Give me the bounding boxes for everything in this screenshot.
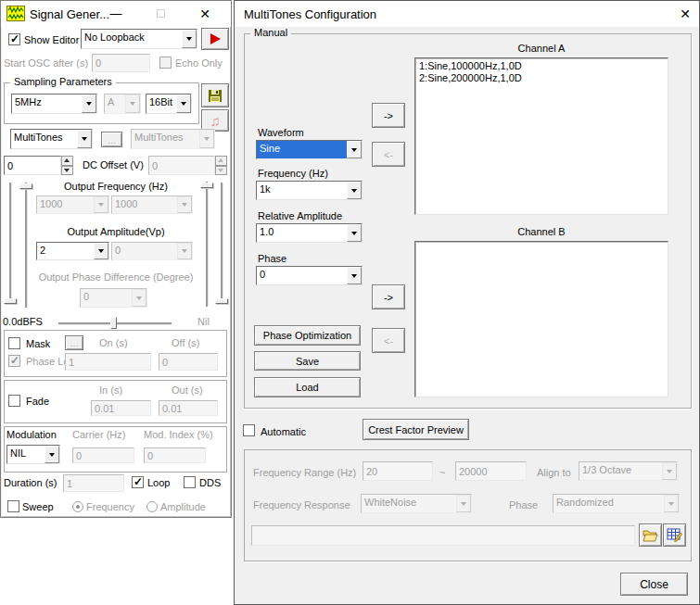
sweep-label: Sweep — [22, 501, 54, 512]
loop-checkbox[interactable] — [132, 476, 144, 488]
relative-amplitude-label: Relative Amplitude — [258, 210, 342, 221]
chevron-down-icon[interactable] — [182, 30, 197, 48]
chevron-down-icon[interactable] — [347, 224, 362, 242]
sweep-frequency-radio — [72, 501, 83, 512]
waveform-a-select[interactable]: MultiTones — [10, 129, 93, 149]
dc-offset-a-stepper[interactable] — [61, 156, 73, 175]
loopback-select[interactable]: No Loopback — [81, 29, 197, 49]
add-to-channel-a-button[interactable]: -> — [372, 103, 405, 128]
mask-more-button: ... — [65, 335, 83, 350]
crest-factor-preview-button[interactable]: Crest Factor Preview — [363, 419, 469, 440]
dbfs-label: 0.0dBFS — [3, 316, 43, 327]
range-to-input: 20000 — [455, 461, 527, 481]
show-editor-checkbox[interactable] — [8, 33, 20, 45]
save-signal-button[interactable] — [201, 83, 229, 107]
nil-label: Nil — [197, 316, 210, 327]
chevron-down-icon[interactable] — [45, 446, 59, 463]
phase-label: Phase — [258, 253, 286, 264]
slider-right-inner-thumb[interactable] — [200, 183, 213, 188]
chevron-down-icon — [94, 196, 108, 213]
phase-optimization-button[interactable]: Phase Optimization — [254, 325, 361, 346]
automatic-label: Automatic — [261, 426, 306, 437]
output-amplitude-a-select[interactable]: 2 — [36, 242, 109, 260]
slider-right-outer-track[interactable] — [221, 183, 223, 304]
spin-up-icon[interactable] — [61, 156, 73, 166]
channel-a-label: Channel A — [414, 43, 668, 54]
slider-left-outer-thumb[interactable] — [4, 298, 17, 304]
chevron-down-icon[interactable] — [347, 182, 362, 199]
slider-left-inner-thumb[interactable] — [19, 183, 32, 189]
close-button[interactable]: Close — [620, 573, 688, 596]
fade-label: Fade — [26, 396, 49, 407]
chevron-down-icon[interactable] — [347, 141, 362, 158]
grid-edit-icon — [667, 528, 682, 542]
channel-b-list[interactable] — [414, 241, 668, 397]
signal-generator-window: Signal Gener... — ✕ Show Editor No Loopb… — [0, 0, 232, 518]
slider-right-inner-track[interactable] — [206, 182, 208, 307]
mt-titlebar: MultiTones Configuration ✕ — [235, 1, 699, 27]
mask-off-input: 0 — [159, 353, 218, 371]
waveform-label: Waveform — [258, 127, 304, 138]
close-icon[interactable]: ✕ — [670, 4, 700, 23]
chevron-down-icon — [132, 289, 146, 307]
open-file-button[interactable] — [639, 523, 662, 547]
chevron-down-icon[interactable] — [347, 267, 362, 284]
mask-label: Mask — [26, 338, 50, 349]
run-button[interactable] — [201, 28, 229, 50]
chevron-down-icon[interactable] — [176, 95, 191, 113]
output-frequency-label: Output Frequency (Hz) — [38, 181, 194, 192]
load-button[interactable]: Load — [254, 377, 361, 397]
dbfs-slider-thumb[interactable] — [110, 317, 117, 329]
chevron-down-icon — [177, 196, 192, 213]
dc-offset-label: DC Offset (V) — [83, 159, 144, 170]
chevron-down-icon[interactable] — [94, 243, 108, 259]
file-path-input — [251, 525, 635, 546]
sampling-channel-select: A — [104, 94, 141, 114]
show-editor-label: Show Editor — [24, 34, 79, 45]
carrier-input: 0 — [72, 447, 134, 463]
dc-offset-b-stepper — [215, 156, 227, 175]
add-to-channel-b-button[interactable]: -> — [372, 284, 405, 309]
spin-down-icon[interactable] — [61, 166, 73, 176]
chevron-down-icon[interactable] — [77, 130, 92, 148]
close-icon[interactable]: ✕ — [190, 4, 220, 23]
loop-label: Loop — [147, 477, 170, 488]
auto-phase-select: Randomized — [553, 494, 680, 513]
frequency-response-label: Frequency Response — [253, 499, 350, 510]
mask-checkbox[interactable] — [8, 337, 20, 349]
slider-left-inner-track[interactable] — [25, 183, 27, 308]
sweep-checkbox[interactable] — [7, 500, 19, 512]
fade-in-label: In (s) — [99, 384, 122, 396]
fade-checkbox[interactable] — [8, 395, 20, 407]
channel-a-list[interactable]: 1:Sine,100000Hz,1,0D 2:Sine,200000Hz,1,0… — [414, 57, 668, 215]
chevron-down-icon[interactable] — [82, 95, 96, 113]
echo-only-checkbox — [159, 57, 172, 69]
modulation-select[interactable]: NIL — [6, 445, 60, 464]
start-osc-input: 0 — [92, 54, 150, 72]
tone-item[interactable]: 1:Sine,100000Hz,1,0D — [419, 60, 664, 72]
tone-waveform-select[interactable]: Sine — [256, 140, 363, 159]
waveform-b-select: MultiTones — [131, 129, 215, 149]
minimize-icon[interactable]: — — [101, 4, 131, 23]
tone-frequency-select[interactable]: 1k — [256, 181, 363, 200]
fade-out-label: Out (s) — [172, 384, 203, 396]
dds-label: DDS — [199, 477, 221, 488]
manual-legend: Manual — [250, 27, 291, 38]
remove-from-channel-a-button: <- — [372, 142, 405, 167]
sampling-bits-select[interactable]: 16Bit — [146, 94, 192, 114]
dds-checkbox[interactable] — [184, 476, 196, 488]
align-to-label: Align to — [537, 467, 571, 478]
tone-item[interactable]: 2:Sine,200000Hz,1,0D — [419, 72, 664, 84]
sampling-rate-select[interactable]: 5MHz — [11, 94, 97, 114]
chevron-down-icon — [125, 95, 140, 113]
tone-amplitude-select[interactable]: 1.0 — [256, 223, 363, 243]
automatic-checkbox[interactable] — [243, 424, 255, 436]
output-amplitude-label: Output Amplitude(Vp) — [38, 226, 194, 237]
slider-right-outer-thumb[interactable] — [215, 298, 228, 304]
slider-left-outer-track[interactable] — [9, 183, 11, 304]
tone-phase-select[interactable]: 0 — [256, 266, 363, 285]
edit-table-button[interactable] — [663, 523, 686, 547]
dc-offset-a-input[interactable]: 0 — [4, 156, 61, 175]
chevron-down-icon — [199, 130, 214, 148]
save-button[interactable]: Save — [254, 351, 361, 371]
